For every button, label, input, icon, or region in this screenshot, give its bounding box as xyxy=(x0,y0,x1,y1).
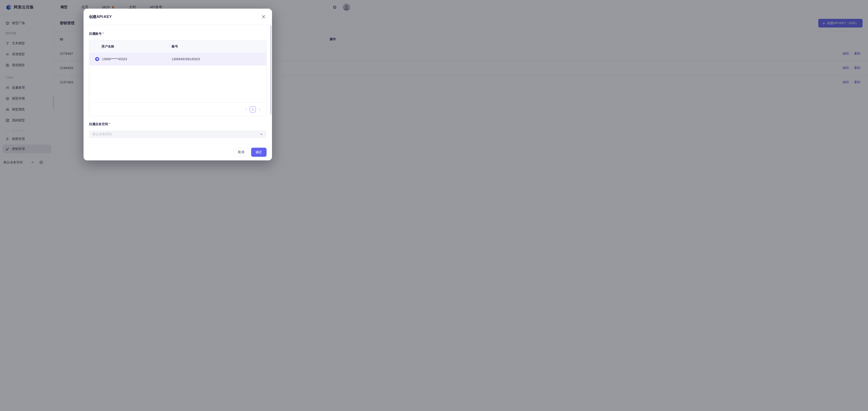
workspace-select[interactable]: 默认业务空间 xyxy=(89,130,267,138)
account-row-selected[interactable]: 13066******45323 1306649199145323 xyxy=(89,53,266,65)
workspace-select-placeholder: 默认业务空间 xyxy=(93,132,112,136)
modal-header: 创建API-KEY xyxy=(84,9,272,25)
account-number: 1306649199145323 xyxy=(172,57,200,61)
account-field-label: 归属账号 * xyxy=(89,32,267,36)
create-api-key-modal: 创建API-KEY 归属账号 * 用户名称 账号 13066******4532… xyxy=(84,9,272,160)
chevron-down-icon xyxy=(260,133,263,136)
required-mark: * xyxy=(103,32,104,36)
modal-footer: 取消 确定 xyxy=(84,144,272,160)
column-header-account: 账号 xyxy=(172,45,178,49)
confirm-button[interactable]: 确定 xyxy=(251,148,267,157)
required-mark: * xyxy=(109,122,110,126)
workspace-field-label-text: 归属业务空间 xyxy=(89,122,108,126)
account-table-header: 用户名称 账号 xyxy=(89,40,266,53)
cancel-button[interactable]: 取消 xyxy=(234,148,249,157)
pagination-prev-icon[interactable] xyxy=(245,108,248,111)
column-header-username: 用户名称 xyxy=(101,45,114,49)
radio-selected-icon[interactable] xyxy=(95,57,99,61)
close-icon[interactable] xyxy=(260,13,267,20)
account-table-card: 用户名称 账号 13066******45323 130664919914532… xyxy=(89,40,267,116)
account-field-label-text: 归属账号 xyxy=(89,32,102,36)
pagination-next-icon[interactable] xyxy=(258,108,261,111)
workspace-field-label: 归属业务空间 * xyxy=(89,122,267,126)
modal-title: 创建API-KEY xyxy=(89,14,112,19)
modal-scrollbar[interactable] xyxy=(270,25,271,115)
modal-body: 归属账号 * 用户名称 账号 13066******45323 13066491… xyxy=(84,25,272,144)
account-username: 13066******45323 xyxy=(102,57,127,61)
pagination-page-1[interactable]: 1 xyxy=(250,106,256,113)
account-table-pagination: 1 xyxy=(89,102,266,116)
